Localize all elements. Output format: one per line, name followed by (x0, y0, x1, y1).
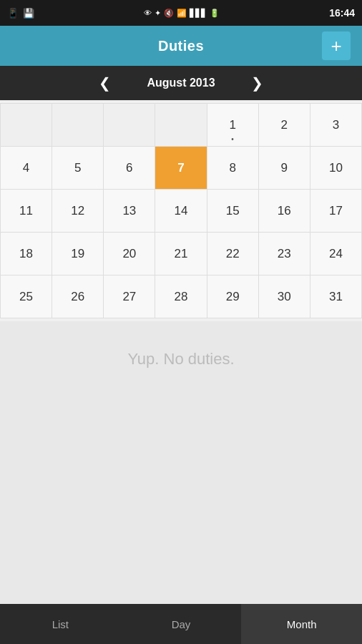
calendar-day[interactable]: 5 (52, 147, 104, 190)
calendar-container: 1234567891011121314151617181920212223242… (0, 100, 362, 321)
signal-icon: ▋▋▋ (190, 9, 207, 18)
calendar-day[interactable]: 2 (258, 104, 310, 147)
app-title: Duties (40, 38, 322, 54)
calendar-day[interactable]: 29 (207, 275, 258, 318)
battery-icon: 🔋 (210, 9, 220, 18)
calendar-grid: 1234567891011121314151617181920212223242… (0, 103, 362, 318)
calendar-day (155, 104, 207, 147)
bottom-nav: List Day Month (0, 604, 362, 644)
calendar-day[interactable]: 18 (1, 233, 52, 275)
month-year-label: August 2013 (131, 77, 231, 89)
tab-month[interactable]: Month (241, 604, 362, 644)
calendar-day[interactable]: 24 (310, 233, 361, 275)
tab-day[interactable]: Day (121, 604, 242, 644)
calendar-day[interactable]: 3 (310, 104, 361, 147)
calendar-day[interactable]: 17 (310, 190, 361, 233)
calendar-day[interactable]: 13 (104, 190, 155, 233)
tab-list-label: List (52, 618, 69, 630)
calendar-day[interactable]: 6 (104, 147, 155, 190)
calendar-day[interactable]: 28 (155, 275, 207, 318)
status-bar: 📱 💾 👁 ✦ 🔇 📶 ▋▋▋ 🔋 16:44 (0, 0, 362, 26)
calendar-day[interactable]: 30 (258, 275, 310, 318)
calendar-day[interactable]: 16 (258, 190, 310, 233)
sim-icon: 📱 (7, 8, 19, 19)
calendar-day[interactable]: 8 (207, 147, 258, 190)
calendar-day[interactable]: 31 (310, 275, 361, 318)
calendar-day[interactable]: 22 (207, 233, 258, 275)
calendar-day[interactable]: 15 (207, 190, 258, 233)
prev-month-button[interactable]: ❮ (93, 69, 117, 97)
calendar-day[interactable]: 20 (104, 233, 155, 275)
tab-month-label: Month (287, 618, 317, 630)
add-button[interactable]: + (322, 31, 351, 60)
calendar-day[interactable]: 1 (207, 104, 258, 147)
time-display: 16:44 (329, 7, 355, 19)
calendar-day[interactable]: 10 (310, 147, 361, 190)
calendar-day[interactable]: 14 (155, 190, 207, 233)
status-center-icons: 👁 ✦ 🔇 📶 ▋▋▋ 🔋 (144, 9, 220, 18)
calendar-day[interactable]: 9 (258, 147, 310, 190)
calendar-day (1, 104, 52, 147)
calendar-day[interactable]: 25 (1, 275, 52, 318)
calendar-day[interactable]: 4 (1, 147, 52, 190)
calendar-day[interactable]: 21 (155, 233, 207, 275)
mute-icon: 🔇 (164, 9, 174, 18)
bluetooth-icon: ✦ (155, 9, 161, 18)
eye-icon: 👁 (144, 9, 152, 17)
wifi-icon: 📶 (177, 9, 187, 18)
next-month-button[interactable]: ❯ (245, 69, 269, 97)
sd-icon: 💾 (23, 8, 34, 19)
app-bar: Duties + (0, 26, 362, 66)
calendar-day[interactable]: 26 (52, 275, 104, 318)
calendar-day (104, 104, 155, 147)
calendar-day[interactable]: 23 (258, 233, 310, 275)
calendar-day[interactable]: 19 (52, 233, 104, 275)
status-time: 16:44 (329, 7, 355, 19)
no-duties-message: Yup. No duties. (0, 321, 362, 397)
tab-day-label: Day (172, 618, 191, 630)
calendar-header: ❮ August 2013 ❯ (0, 66, 362, 100)
calendar-body: 1234567891011121314151617181920212223242… (1, 104, 362, 318)
status-left-icons: 📱 💾 (7, 8, 34, 19)
calendar-day[interactable]: 11 (1, 190, 52, 233)
tab-list[interactable]: List (0, 604, 121, 644)
calendar-day[interactable]: 7 (155, 147, 207, 190)
calendar-day[interactable]: 27 (104, 275, 155, 318)
calendar-day (52, 104, 104, 147)
calendar-day[interactable]: 12 (52, 190, 104, 233)
